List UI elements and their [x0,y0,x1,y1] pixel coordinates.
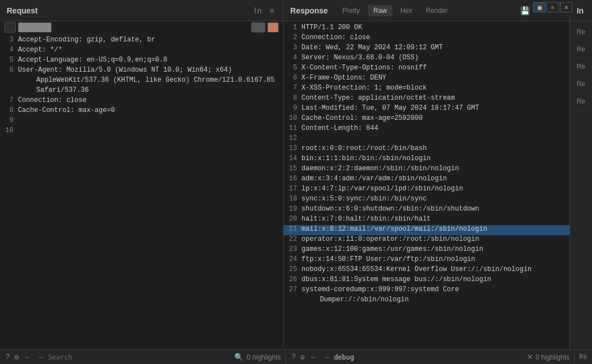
request-nav-forward[interactable]: → [35,353,46,361]
request-line-5: 5 Accept-Language: en-US;q=0.9,en;q=0.8 [0,56,283,66]
request-help-icon[interactable]: ? [4,353,11,361]
resp-line-5: 5 X-Content-Type-Options: nosniff [284,64,570,74]
close-view-button[interactable]: ✕ [560,2,572,12]
response-bottom-bar: ? ⚙ ← → ✕ 0 highlights [286,350,575,364]
request-wrap-button[interactable]: ⌇n [251,6,264,16]
request-bottom-bar: ? ⚙ ← → 🔍 0 highlights [0,350,286,364]
response-header: Response Pretty Raw Hex Render 💾 ⌇n ≡ [284,0,570,21]
request-panel: Request ⌇n ≡ 3 Accept-Encoding: gzip, de… [0,0,284,349]
request-line-6-cont: AppleWebKit/537.36 (KHTML, like Gecko) C… [0,76,283,86]
info-bottom-bar: Re [575,350,592,364]
info-panel: In Re Re Re Re Re [570,0,592,349]
resp-line-16: 16 adm:x:3:4:adm:/var/adm:/sbin/nologin [284,175,570,185]
request-highlights-count: 0 highlights [247,353,281,361]
info-item-1[interactable]: Re [570,24,592,41]
resp-line-10: 10 Cache-Control: max-age=2592000 [284,114,570,124]
filter-row [0,21,283,34]
resp-line-8: 8 Content-Type: application/octet-stream [284,94,570,104]
filter-box-1 [4,22,16,32]
resp-line-27: 27 systemd-coredump:x:999:997:systemd Co… [284,286,570,296]
resp-line-14: 14 bin:x:1:1:bin:/bin:/sbin/nologin [284,155,570,165]
resp-line-23: 23 games:x:12:100:games:/usr/games:/sbin… [284,245,570,255]
resp-line-26: 26 dbus:x:81:81:System message bus:/:/sb… [284,276,570,286]
response-nav-back[interactable]: ← [308,353,319,361]
resp-line-2: 2 Connection: close [284,34,570,44]
resp-line-27-cont: Dumper:/:/sbin/nologin [284,296,570,306]
info-item-3[interactable]: Re [570,58,592,76]
response-nav-forward[interactable]: → [321,353,332,361]
response-save-button[interactable]: 💾 [518,6,532,16]
response-highlights-count: 0 highlights [535,353,570,361]
resp-line-19: 19 shutdown:x:6:0:shutdown:/sbin:/sbin/s… [284,205,570,215]
request-line-9: 9 [0,116,283,127]
view-controls: ▣ ≡ ✕ [531,0,575,15]
search-icon[interactable]: 🔍 [233,353,244,362]
resp-line-21: 21 mail:x:8:12:mail:/var/spool/mail:/sbi… [284,225,570,235]
info-items-list: Re Re Re Re Re [570,21,592,113]
response-search-clear[interactable]: ✕ [527,353,533,361]
resp-line-17: 17 lp:x:4:7:lp:/var/spool/lpd:/sbin/nolo… [284,185,570,195]
resp-line-25: 25 nobody:x:65534:65534:Kernel Overflow … [284,265,570,276]
resp-line-7: 7 X-XSS-Protection: 1; mode=block [284,84,570,94]
tab-hex[interactable]: Hex [395,5,418,16]
info-item-5[interactable]: Re [570,93,592,110]
resp-line-20: 20 halt:x:7:0:halt:/sbin:/sbin/halt [284,215,570,225]
request-line-6-cont2: Safari/537.36 [0,86,283,96]
filter-box-4 [267,22,279,32]
tab-raw[interactable]: Raw [368,5,392,16]
response-title: Response [290,6,328,15]
split-view-button[interactable]: ▣ [533,2,545,12]
resp-line-12: 12 [284,134,570,144]
resp-line-1: 1 HTTP/1.1 200 OK [284,24,570,34]
resp-line-22: 22 operator:x:11:0:operator:/root:/sbin/… [284,235,570,245]
request-title: Request [7,6,38,15]
response-help-icon[interactable]: ? [290,353,297,361]
request-content[interactable]: 3 Accept-Encoding: gzip, deflate, br 4 A… [0,34,283,349]
info-item-2[interactable]: Re [570,41,592,58]
response-panel: Response Pretty Raw Hex Render 💾 ⌇n ≡ 1 … [284,0,570,349]
filter-box-3 [251,22,265,32]
list-view-button[interactable]: ≡ [547,2,559,12]
resp-line-15: 15 daemon:x:2:2:daemon:/sbin:/sbin/nolog… [284,165,570,175]
response-tabs: Pretty Raw Hex Render [337,5,454,16]
request-header: Request ⌇n ≡ [0,0,283,21]
request-settings-icon[interactable]: ⚙ [13,353,20,362]
response-search-input[interactable] [334,353,525,361]
info-panel-label: Re [579,353,587,361]
info-title: In [577,6,584,15]
filter-box-2 [18,22,52,32]
resp-line-13: 13 root:x:0:0:root:/root:/bin/bash [284,144,570,155]
resp-line-6: 6 X-Frame-Options: DENY [284,74,570,84]
request-line-3: 3 Accept-Encoding: gzip, deflate, br [0,36,283,46]
request-search-input[interactable] [48,353,232,361]
resp-line-11: 11 Content-Length: 844 [284,124,570,134]
request-line-8: 8 Cache-Control: max-age=0 [0,106,283,116]
request-nav-back[interactable]: ← [22,353,33,361]
resp-line-4: 4 Server: Nexus/3.68.0-04 (OSS) [284,54,570,64]
resp-line-3: 3 Date: Wed, 22 May 2024 12:09:12 GMT [284,44,570,54]
request-line-10: 10 [0,127,283,137]
request-line-4: 4 Accept: */* [0,46,283,56]
request-line-6: 6 User-Agent: Mozilla/5.0 (Windows NT 10… [0,66,283,76]
request-line-7: 7 Connection: close [0,96,283,106]
tab-render[interactable]: Render [420,5,453,16]
info-item-4[interactable]: Re [570,76,592,93]
resp-line-9: 9 Last-Modified: Tue, 07 May 2024 18:17:… [284,104,570,114]
tab-pretty[interactable]: Pretty [337,5,366,16]
response-settings-icon[interactable]: ⚙ [299,353,306,362]
resp-line-18: 18 sync:x:5:0:sync:/sbin:/bin/sync [284,195,570,205]
request-menu-button[interactable]: ≡ [267,6,276,16]
request-controls: ⌇n ≡ [251,6,276,16]
resp-line-24: 24 ftp:x:14:50:FTP User:/var/ftp:/sbin/n… [284,255,570,265]
response-content[interactable]: 1 HTTP/1.1 200 OK 2 Connection: close 3 … [284,21,570,349]
